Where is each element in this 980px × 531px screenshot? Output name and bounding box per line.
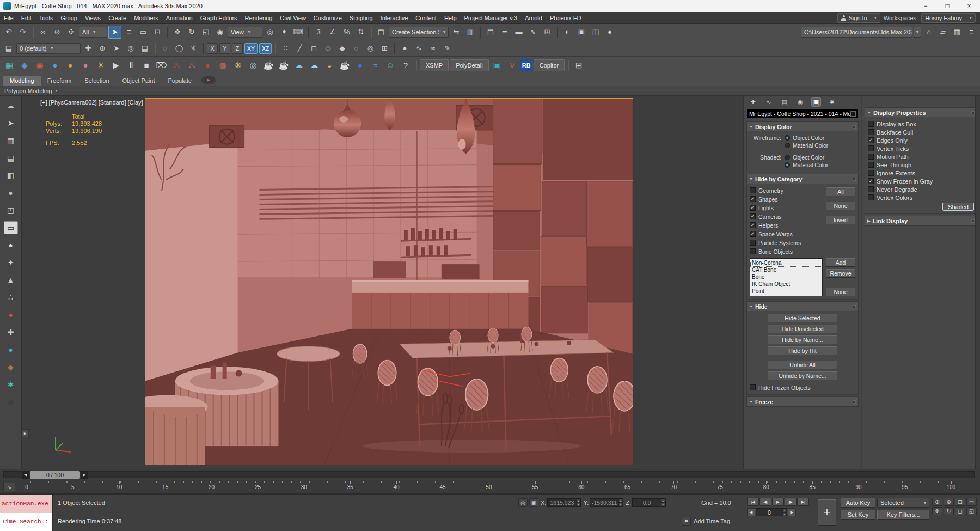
- go-to-start-icon[interactable]: |◀: [747, 498, 759, 506]
- curve-editor-icon[interactable]: ∿: [526, 26, 540, 39]
- checkbox-icon[interactable]: [750, 196, 756, 202]
- render-production-icon[interactable]: ●: [603, 26, 616, 39]
- plus-icon[interactable]: ✚: [4, 326, 18, 339]
- orange-ball-icon[interactable]: ●: [63, 58, 77, 72]
- menu-item[interactable]: Arnold: [521, 12, 546, 23]
- motion-tab-icon[interactable]: ◉: [795, 97, 805, 107]
- close-button[interactable]: ×: [958, 0, 980, 12]
- menu-item[interactable]: Graph Editors: [197, 12, 241, 23]
- ribbon-tab[interactable]: Object Paint: [116, 76, 162, 86]
- zoom-all-icon[interactable]: ⊛: [944, 498, 954, 506]
- render-setup-icon[interactable]: ▣: [575, 26, 588, 39]
- list-item[interactable]: IK Chain Object: [751, 280, 822, 288]
- menu-item[interactable]: Project Manager v.3: [461, 12, 522, 23]
- wood-icon[interactable]: ◆: [4, 361, 18, 374]
- set-keys-button[interactable]: +: [818, 499, 836, 526]
- add-time-tag[interactable]: Add Time Tag: [694, 518, 730, 524]
- minimize-button[interactable]: −: [915, 0, 936, 12]
- select-and-rotate-icon[interactable]: ↻: [185, 26, 198, 39]
- menu-item[interactable]: Rendering: [241, 12, 277, 23]
- array-icon[interactable]: ▦: [4, 134, 18, 147]
- category-checkbox[interactable]: Helpers: [750, 221, 823, 229]
- key-filters-button[interactable]: Key Filters...: [877, 510, 929, 520]
- element-mode-icon[interactable]: ◆: [335, 42, 348, 55]
- display-property-checkbox[interactable]: Show Frozen in Gray: [868, 177, 974, 185]
- previous-key-icon[interactable]: ◀: [747, 508, 755, 516]
- scene-explorer-toggle-icon[interactable]: ▤: [2, 42, 15, 55]
- keyboard-override-icon[interactable]: ⌨: [292, 26, 305, 39]
- freeze-header[interactable]: ▼ Freeze: [747, 397, 858, 406]
- dolly-icon[interactable]: ◻: [955, 507, 965, 515]
- select-layer-objects-icon[interactable]: ➤: [110, 42, 123, 55]
- wireframe-color-radio[interactable]: Object Color: [785, 134, 855, 142]
- menu-item[interactable]: Content: [412, 12, 440, 23]
- radio-icon[interactable]: [785, 143, 790, 148]
- category-checkbox[interactable]: Space Warps: [750, 230, 823, 238]
- spinner-icon[interactable]: ▴▾: [576, 499, 580, 506]
- select-and-scale-icon[interactable]: ◱: [199, 26, 212, 39]
- disc-icon[interactable]: ◍: [216, 58, 230, 72]
- named-selection-sets-dropdown[interactable]: Create Selection Se▾: [389, 27, 449, 38]
- checkbox-icon[interactable]: [868, 129, 874, 135]
- previous-frame-icon[interactable]: ◀|: [759, 498, 771, 506]
- checkbox-icon[interactable]: [750, 248, 756, 254]
- waves-icon[interactable]: ≈: [368, 58, 382, 72]
- time-slider-handle[interactable]: 0 / 100: [30, 471, 80, 479]
- help-icon[interactable]: ?: [399, 58, 413, 72]
- hide-button[interactable]: Hide by Name...: [768, 335, 837, 344]
- next-key-icon[interactable]: ▶: [788, 508, 796, 516]
- blue-sphere-icon[interactable]: ●: [4, 343, 18, 356]
- menu-item[interactable]: Edit: [17, 12, 35, 23]
- modify-tab-icon[interactable]: ∿: [764, 97, 774, 107]
- checkbox-icon[interactable]: [750, 222, 756, 228]
- ring-select-icon[interactable]: ◎: [364, 42, 377, 55]
- use-pivot-point-icon[interactable]: ◎: [264, 26, 277, 39]
- create-layer-icon[interactable]: ✚: [82, 42, 95, 55]
- freeze-toggle-icon[interactable]: ✳: [187, 42, 200, 55]
- snowflake-icon[interactable]: ❋: [231, 58, 245, 72]
- rendered-frame-icon[interactable]: ◫: [589, 26, 602, 39]
- checkbox-icon[interactable]: [868, 178, 874, 184]
- hide-button[interactable]: Hide Selected: [768, 314, 837, 322]
- current-frame-field[interactable]: 0▴▾: [756, 508, 787, 516]
- maxscript-mini-listener[interactable]: actionMan.exe Time Search :: [0, 495, 53, 531]
- menu-item[interactable]: Group: [57, 12, 81, 23]
- isolate-selection-icon[interactable]: ◎: [518, 498, 528, 507]
- display-tab-icon[interactable]: ▣: [811, 97, 821, 107]
- shaded-color-radio[interactable]: Material Color: [785, 161, 855, 169]
- dark-ring-icon[interactable]: ◉: [4, 395, 18, 408]
- list-item[interactable]: Non-Corona: [751, 259, 822, 266]
- copitor-button[interactable]: Copitor: [534, 59, 565, 71]
- list-item[interactable]: CAT Bone: [751, 266, 822, 273]
- rectangle-icon[interactable]: ▭: [4, 221, 18, 234]
- rb-plugin-badge[interactable]: RB: [520, 59, 532, 71]
- spinner-icon[interactable]: ▴▾: [782, 509, 787, 516]
- orbit-icon[interactable]: ↻: [944, 507, 954, 515]
- pan-icon[interactable]: ✜: [932, 507, 942, 515]
- create-tab-icon[interactable]: ✚: [748, 97, 758, 107]
- cloud-icon[interactable]: ☁: [307, 58, 321, 72]
- star-icon[interactable]: ✦: [4, 256, 18, 269]
- display-properties-header[interactable]: ▼ Display Properties: [865, 108, 977, 117]
- menu-item[interactable]: Customize: [310, 12, 346, 23]
- display-property-checkbox[interactable]: Display as Box: [868, 120, 974, 128]
- checkbox-icon[interactable]: [750, 231, 756, 237]
- camera-view-canvas[interactable]: [145, 98, 633, 465]
- cloud-icon[interactable]: ☁: [4, 99, 18, 112]
- none-button[interactable]: None: [826, 288, 855, 296]
- add-to-layer-icon[interactable]: ⊕: [96, 42, 109, 55]
- next-frame-icon[interactable]: |▶: [785, 498, 797, 506]
- hide-by-category-header[interactable]: ▼ Hide by Category: [747, 174, 858, 184]
- axis-constraint-button[interactable]: XY: [244, 43, 258, 54]
- ball-icon[interactable]: ●: [4, 239, 18, 252]
- listener-line-1[interactable]: actionMan.exe: [0, 495, 52, 513]
- track-bar-toggle-icon[interactable]: ∿: [3, 483, 15, 491]
- paint-deform-icon[interactable]: ✎: [440, 42, 454, 55]
- path-dropdown[interactable]: ▾: [914, 27, 921, 38]
- checkbox-icon[interactable]: [868, 121, 874, 127]
- scene-explorer-icon[interactable]: ▤: [484, 26, 497, 39]
- zoom-icon[interactable]: ⊕: [932, 498, 942, 506]
- zoom-region-icon[interactable]: ▭: [966, 498, 977, 506]
- v-plugin-icon[interactable]: V: [505, 58, 519, 72]
- teapot-icon[interactable]: ☕: [277, 58, 291, 72]
